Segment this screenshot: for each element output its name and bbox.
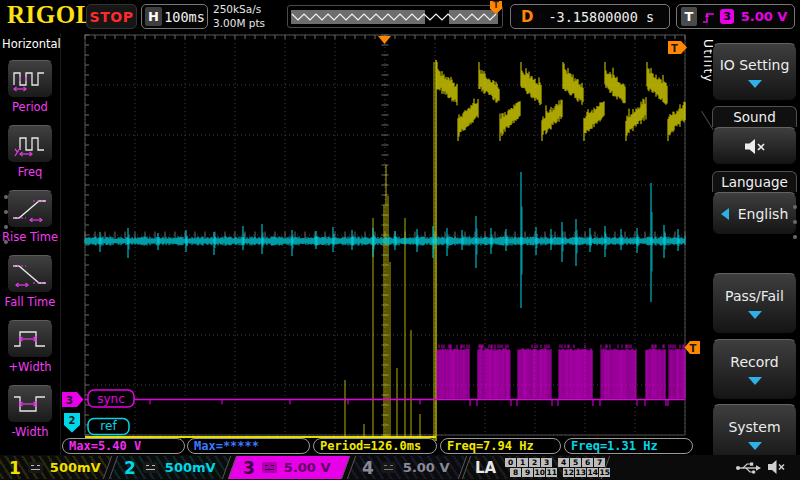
speaker-muted-icon [767,459,788,475]
freq-icon [13,131,47,157]
period-icon [13,66,47,92]
plus-width-icon [13,326,47,352]
acquisition-info: 250kSa/s 3.00M pts [213,3,265,30]
svg-text:T: T [671,43,678,54]
measurement-period-ch1[interactable]: Period=126.0ms [313,438,437,454]
rise-time-button[interactable] [7,190,53,228]
svg-text:2: 2 [69,415,76,426]
rise-time-label: Rise Time [0,230,60,244]
menu-page-dot [4,240,8,244]
chevron-down-icon [748,80,762,88]
top-toolbar: RIGOL STOP H 100ms 250kSa/s 3.00M pts T … [0,0,800,33]
waveform-memory-preview[interactable] [287,5,503,28]
chevron-down-icon [748,442,762,450]
language-button[interactable]: English [712,192,797,235]
chevron-down-icon [748,311,762,319]
horizontal-scale-value: 100ms [162,9,207,25]
trigger-level-value: 5.00 V [734,9,794,24]
channel-2-number: 2 [124,458,136,478]
channel-1-number: 1 [9,458,21,478]
rigol-logo: RIGOL [7,1,93,29]
channel-status-bar: 1 500mV 2 500mV 3 5.00 V 4 5.00 V [0,455,800,480]
svg-text:sync: sync [97,392,125,406]
channel-3-block[interactable]: 3 5.00 V [228,456,350,479]
coupling-icon [143,462,158,473]
channel-3-number: 3 [243,458,255,478]
channel-2-scale: 500mV [165,460,216,475]
menu-page-dot [4,195,8,199]
run-stop-status[interactable]: STOP [86,4,137,29]
measurement-max-ch3[interactable]: Max=5.40 V [62,438,185,454]
fall-time-button[interactable] [7,255,53,293]
memory-preview-wave [288,6,502,27]
svg-text:T: T [690,343,697,354]
pass-fail-label: Pass/Fail [725,288,784,304]
chevron-left-icon [721,208,729,220]
sound-label: Sound [712,106,797,127]
period-label: Period [0,100,60,114]
io-setting-button[interactable]: IO Setting [712,43,797,101]
sample-rate: 250kSa/s [213,3,265,17]
channel-2-block[interactable]: 2 500mV [109,456,231,479]
record-button[interactable]: Record [712,339,797,400]
channel-4-block[interactable]: 4 5.00 V [347,456,467,479]
menu-page-dot [4,210,8,214]
language-label: Language [712,171,797,192]
measurement-freq-ch1[interactable]: Freq=7.94 Hz [440,438,561,454]
chevron-down-icon [748,377,762,385]
scope-display: TT32syncref [0,0,800,480]
delay-value: -3.15800000 s [533,9,669,25]
trigger-position-marker [378,36,391,44]
svg-text:ref: ref [100,419,117,433]
minus-width-icon [13,391,47,417]
channel-4-number: 4 [362,458,374,478]
delay-readout-box[interactable]: D -3.15800000 s [510,4,670,29]
oscilloscope-screen: TT32syncref RIGOL STOP H 100ms 250kSa/s … [0,0,800,480]
svg-text:3: 3 [66,395,73,406]
logic-analyzer-block[interactable]: LA 0123 4567 891011 12131415 [462,456,610,479]
channel-4-scale: 5.00 V [403,460,450,475]
menu-page-dot [793,220,797,224]
pass-fail-button[interactable]: Pass/Fail [712,273,797,334]
io-setting-label: IO Setting [720,57,790,73]
memory-depth: 3.00M pts [213,17,265,31]
horizontal-scale-box[interactable]: H 100ms [141,4,208,29]
delay-label: D [521,8,533,26]
channel-3-scale: 5.00 V [284,460,331,475]
trigger-slope-rising-icon [702,8,715,25]
left-menu-horizontal: Horizontal Period Freq [0,33,61,455]
record-label: Record [730,354,778,370]
channel-1-scale: 500mV [50,460,101,475]
left-menu-title: Horizontal [2,37,61,51]
language-value: English [738,206,789,222]
channel-1-block[interactable]: 1 500mV [0,456,112,479]
trigger-label: T [681,7,697,26]
plus-width-button[interactable] [7,320,53,358]
la-digit-grid: 0123 4567 891011 12131415 [505,458,611,477]
menu-page-dot [793,235,797,239]
channel-offset-markers: 32 [62,392,84,433]
rise-time-icon [13,196,47,222]
trigger-readout-box[interactable]: T 3 5.00 V [676,4,795,29]
sound-button[interactable] [712,127,797,165]
coupling-icon [28,462,43,473]
fall-time-icon [13,261,47,287]
right-menu-utility: Utility IO Setting Sound Language Englis… [700,33,800,480]
measurement-freq-ch2[interactable]: Freq=1.31 Hz [564,438,693,454]
la-label: LA [475,459,496,477]
minus-width-label: -Width [0,425,60,439]
speaker-muted-icon [743,138,767,155]
menu-page-dot [4,225,8,229]
horizontal-label: H [145,7,162,26]
graticule-grid [85,35,685,435]
system-label: System [728,419,780,435]
measurement-max-ch4[interactable]: Max=***** [187,438,310,454]
trigger-source-badge: 3 [720,9,734,24]
freq-button[interactable] [7,125,53,163]
freq-label: Freq [0,165,60,179]
plus-width-label: +Width [0,360,60,374]
period-button[interactable] [7,60,53,98]
minus-width-button[interactable] [7,385,53,423]
channel-labels: syncref [88,390,134,435]
menu-page-dot [793,205,797,209]
